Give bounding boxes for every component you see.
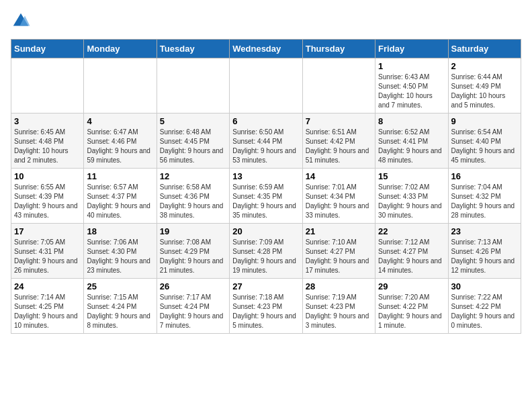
day-number: 23 — [451, 226, 518, 236]
day-info: Sunrise: 7:20 AMSunset: 4:22 PMDaylight:… — [378, 293, 445, 330]
day-number: 10 — [14, 171, 81, 181]
day-number: 29 — [378, 281, 445, 291]
day-info: Sunrise: 6:55 AMSunset: 4:39 PMDaylight:… — [14, 183, 81, 220]
day-info: Sunrise: 7:17 AMSunset: 4:24 PMDaylight:… — [160, 293, 226, 330]
day-info: Sunrise: 7:01 AMSunset: 4:34 PMDaylight:… — [306, 183, 372, 220]
calendar-cell — [230, 58, 302, 113]
calendar-cell: 24Sunrise: 7:14 AMSunset: 4:25 PMDayligh… — [11, 279, 84, 334]
page-header — [11, 11, 521, 31]
day-info: Sunrise: 7:10 AMSunset: 4:27 PMDaylight:… — [306, 238, 372, 275]
calendar-cell: 18Sunrise: 7:06 AMSunset: 4:30 PMDayligh… — [84, 224, 157, 279]
day-info: Sunrise: 7:22 AMSunset: 4:22 PMDaylight:… — [451, 293, 518, 330]
calendar-cell: 21Sunrise: 7:10 AMSunset: 4:27 PMDayligh… — [302, 224, 375, 279]
calendar-week-1: 1Sunrise: 6:43 AMSunset: 4:50 PMDaylight… — [11, 58, 521, 113]
day-number: 26 — [160, 281, 226, 291]
day-info: Sunrise: 7:02 AMSunset: 4:33 PMDaylight:… — [378, 183, 445, 220]
day-info: Sunrise: 6:59 AMSunset: 4:35 PMDaylight:… — [232, 183, 299, 220]
day-number: 8 — [378, 116, 445, 126]
day-info: Sunrise: 6:47 AMSunset: 4:46 PMDaylight:… — [87, 128, 153, 165]
day-number: 2 — [451, 61, 518, 71]
calendar-cell: 17Sunrise: 7:05 AMSunset: 4:31 PMDayligh… — [11, 224, 84, 279]
calendar-cell: 22Sunrise: 7:12 AMSunset: 4:27 PMDayligh… — [375, 224, 448, 279]
calendar-cell: 25Sunrise: 7:15 AMSunset: 4:24 PMDayligh… — [84, 279, 157, 334]
calendar-cell: 8Sunrise: 6:52 AMSunset: 4:41 PMDaylight… — [375, 113, 448, 169]
day-info: Sunrise: 7:08 AMSunset: 4:29 PMDaylight:… — [160, 238, 226, 275]
calendar-cell: 7Sunrise: 6:51 AMSunset: 4:42 PMDaylight… — [302, 113, 375, 169]
day-info: Sunrise: 7:12 AMSunset: 4:27 PMDaylight:… — [378, 238, 445, 275]
day-number: 9 — [451, 116, 518, 126]
calendar-cell: 2Sunrise: 6:44 AMSunset: 4:49 PMDaylight… — [448, 58, 521, 113]
day-info: Sunrise: 7:19 AMSunset: 4:23 PMDaylight:… — [306, 293, 372, 330]
day-number: 14 — [306, 171, 372, 181]
calendar-cell: 26Sunrise: 7:17 AMSunset: 4:24 PMDayligh… — [157, 279, 229, 334]
day-info: Sunrise: 7:15 AMSunset: 4:24 PMDaylight:… — [87, 293, 153, 330]
calendar-cell: 28Sunrise: 7:19 AMSunset: 4:23 PMDayligh… — [302, 279, 375, 334]
calendar-cell: 13Sunrise: 6:59 AMSunset: 4:35 PMDayligh… — [230, 169, 302, 224]
day-number: 30 — [451, 281, 518, 291]
day-header-friday: Friday — [375, 40, 448, 58]
calendar-cell — [11, 58, 84, 113]
calendar-cell: 4Sunrise: 6:47 AMSunset: 4:46 PMDaylight… — [84, 113, 157, 169]
day-info: Sunrise: 7:14 AMSunset: 4:25 PMDaylight:… — [14, 293, 81, 330]
day-info: Sunrise: 6:54 AMSunset: 4:40 PMDaylight:… — [451, 128, 518, 165]
day-number: 17 — [14, 226, 81, 236]
day-number: 7 — [306, 116, 372, 126]
day-number: 28 — [306, 281, 372, 291]
calendar-cell: 20Sunrise: 7:09 AMSunset: 4:28 PMDayligh… — [230, 224, 302, 279]
calendar-cell: 3Sunrise: 6:45 AMSunset: 4:48 PMDaylight… — [11, 113, 84, 169]
day-number: 24 — [14, 281, 81, 291]
calendar-cell — [84, 58, 157, 113]
day-header-monday: Monday — [84, 40, 157, 58]
calendar-cell: 6Sunrise: 6:50 AMSunset: 4:44 PMDaylight… — [230, 113, 302, 169]
day-header-wednesday: Wednesday — [230, 40, 302, 58]
day-info: Sunrise: 6:51 AMSunset: 4:42 PMDaylight:… — [306, 128, 372, 165]
day-info: Sunrise: 6:58 AMSunset: 4:36 PMDaylight:… — [160, 183, 226, 220]
day-number: 19 — [160, 226, 226, 236]
day-number: 16 — [451, 171, 518, 181]
day-info: Sunrise: 6:50 AMSunset: 4:44 PMDaylight:… — [232, 128, 299, 165]
calendar-cell: 9Sunrise: 6:54 AMSunset: 4:40 PMDaylight… — [448, 113, 521, 169]
calendar-cell: 1Sunrise: 6:43 AMSunset: 4:50 PMDaylight… — [375, 58, 448, 113]
day-info: Sunrise: 7:13 AMSunset: 4:26 PMDaylight:… — [451, 238, 518, 275]
day-number: 25 — [87, 281, 153, 291]
calendar-week-2: 3Sunrise: 6:45 AMSunset: 4:48 PMDaylight… — [11, 113, 521, 169]
calendar-cell: 11Sunrise: 6:57 AMSunset: 4:37 PMDayligh… — [84, 169, 157, 224]
day-number: 20 — [232, 226, 299, 236]
day-number: 5 — [160, 116, 226, 126]
calendar-cell: 30Sunrise: 7:22 AMSunset: 4:22 PMDayligh… — [448, 279, 521, 334]
calendar-cell: 16Sunrise: 7:04 AMSunset: 4:32 PMDayligh… — [448, 169, 521, 224]
day-number: 27 — [232, 281, 299, 291]
calendar-week-4: 17Sunrise: 7:05 AMSunset: 4:31 PMDayligh… — [11, 224, 521, 279]
day-number: 3 — [14, 116, 81, 126]
calendar-cell: 10Sunrise: 6:55 AMSunset: 4:39 PMDayligh… — [11, 169, 84, 224]
day-number: 22 — [378, 226, 445, 236]
day-info: Sunrise: 6:43 AMSunset: 4:50 PMDaylight:… — [378, 73, 445, 110]
logo — [11, 11, 34, 31]
calendar-cell: 19Sunrise: 7:08 AMSunset: 4:29 PMDayligh… — [157, 224, 229, 279]
day-info: Sunrise: 7:06 AMSunset: 4:30 PMDaylight:… — [87, 238, 153, 275]
calendar-cell: 5Sunrise: 6:48 AMSunset: 4:45 PMDaylight… — [157, 113, 229, 169]
calendar-cell: 29Sunrise: 7:20 AMSunset: 4:22 PMDayligh… — [375, 279, 448, 334]
day-info: Sunrise: 6:45 AMSunset: 4:48 PMDaylight:… — [14, 128, 81, 165]
calendar-cell: 14Sunrise: 7:01 AMSunset: 4:34 PMDayligh… — [302, 169, 375, 224]
day-header-tuesday: Tuesday — [157, 40, 229, 58]
day-header-saturday: Saturday — [448, 40, 521, 58]
calendar-cell — [157, 58, 229, 113]
day-number: 15 — [378, 171, 445, 181]
day-info: Sunrise: 6:44 AMSunset: 4:49 PMDaylight:… — [451, 73, 518, 110]
day-number: 13 — [232, 171, 299, 181]
day-info: Sunrise: 7:05 AMSunset: 4:31 PMDaylight:… — [14, 238, 81, 275]
calendar-table: SundayMondayTuesdayWednesdayThursdayFrid… — [11, 39, 521, 334]
calendar-week-3: 10Sunrise: 6:55 AMSunset: 4:39 PMDayligh… — [11, 169, 521, 224]
calendar-cell: 23Sunrise: 7:13 AMSunset: 4:26 PMDayligh… — [448, 224, 521, 279]
logo-icon — [11, 11, 31, 31]
calendar-cell — [302, 58, 375, 113]
calendar-header-row: SundayMondayTuesdayWednesdayThursdayFrid… — [11, 40, 521, 58]
day-number: 12 — [160, 171, 226, 181]
calendar-cell: 15Sunrise: 7:02 AMSunset: 4:33 PMDayligh… — [375, 169, 448, 224]
day-info: Sunrise: 6:57 AMSunset: 4:37 PMDaylight:… — [87, 183, 153, 220]
day-info: Sunrise: 6:52 AMSunset: 4:41 PMDaylight:… — [378, 128, 445, 165]
day-number: 21 — [306, 226, 372, 236]
calendar-week-5: 24Sunrise: 7:14 AMSunset: 4:25 PMDayligh… — [11, 279, 521, 334]
day-number: 6 — [232, 116, 299, 126]
